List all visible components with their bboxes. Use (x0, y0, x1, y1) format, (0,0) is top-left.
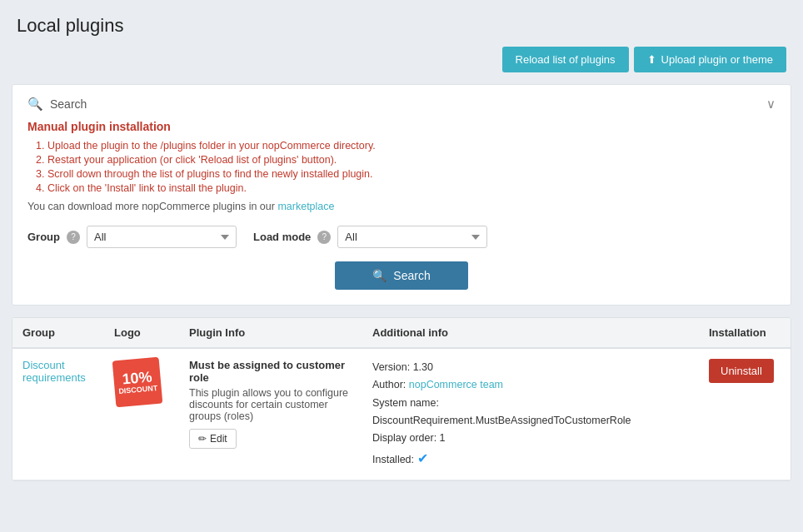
plugins-table: Group Logo Plugin Info Additional info I… (12, 318, 791, 480)
table-body: Discount requirements 10% DISCOUNT Must … (12, 348, 791, 480)
loadmode-filter: Load mode ? All (253, 226, 487, 248)
loadmode-select[interactable]: All (337, 226, 487, 248)
col-header-installation: Installation (699, 318, 791, 348)
col-header-plugininfo: Plugin Info (179, 318, 362, 348)
list-item: Restart your application (or click 'Relo… (47, 154, 776, 166)
system-name-label: System name: (372, 395, 689, 412)
cell-additional-info: Version: 1.30 Author: nopCommerce team S… (362, 348, 699, 480)
reload-plugins-button[interactable]: Reload list of plugins (502, 47, 629, 72)
list-item: Click on the 'Install' link to install t… (47, 182, 776, 194)
search-panel: 🔍 Search ∨ Manual plugin installation Up… (12, 84, 791, 306)
group-select[interactable]: All (87, 226, 237, 248)
group-filter: Group ? All (27, 226, 237, 248)
list-item: Upload the plugin to the /plugins folder… (47, 140, 776, 152)
edit-icon: ✏ (198, 433, 207, 445)
cell-installation: Uninstall (699, 348, 791, 480)
group-link[interactable]: Discount requirements (22, 359, 86, 384)
search-label: Search (50, 97, 87, 111)
col-header-addinfo: Additional info (362, 318, 699, 348)
page-header: Local plugins (0, 0, 803, 47)
search-button-row: 🔍 Search (27, 261, 776, 290)
display-order: Display order: 1 (372, 430, 689, 447)
list-item: Scroll down through the list of plugins … (47, 168, 776, 180)
plugin-name: Must be assigned to customer role (189, 359, 352, 384)
col-header-group: Group (12, 318, 104, 348)
author-link[interactable]: nopCommerce team (409, 379, 503, 390)
upload-icon: ⬆ (647, 53, 656, 66)
page-title: Local plugins (17, 15, 786, 37)
edit-label: Edit (210, 433, 227, 445)
col-header-logo: Logo (104, 318, 179, 348)
search-button[interactable]: 🔍 Search (335, 261, 468, 290)
table-row: Discount requirements 10% DISCOUNT Must … (12, 348, 791, 480)
uninstall-button[interactable]: Uninstall (709, 359, 774, 383)
author-info: Author: nopCommerce team (372, 376, 689, 394)
installed-info: Installed: ✔ (372, 447, 689, 470)
marketplace-link[interactable]: marketplace (277, 201, 334, 212)
search-panel-header[interactable]: 🔍 Search ∨ (27, 97, 776, 120)
cell-group: Discount requirements (12, 348, 104, 480)
results-panel: Group Logo Plugin Info Additional info I… (12, 317, 791, 481)
plugin-desc: This plugin allows you to configure disc… (189, 387, 352, 422)
cell-plugin-info: Must be assigned to customer role This p… (179, 348, 362, 480)
search-icon: 🔍 (27, 97, 43, 112)
page-wrapper: Local plugins Reload list of plugins ⬆ U… (0, 0, 803, 481)
top-actions: Reload list of plugins ⬆ Upload plugin o… (0, 47, 803, 84)
installed-checkmark: ✔ (417, 451, 428, 465)
loadmode-help-icon[interactable]: ? (317, 231, 331, 244)
manual-install-note: You can download more nopCommerce plugin… (27, 201, 776, 212)
manual-install-title: Manual plugin installation (27, 120, 776, 133)
group-filter-label: Group (27, 231, 60, 243)
edit-button[interactable]: ✏ Edit (189, 429, 237, 449)
discount-logo: 10% DISCOUNT (112, 357, 163, 408)
system-name-value: DiscountRequirement.MustBeAssignedToCust… (372, 412, 689, 430)
manual-install-list: Upload the plugin to the /plugins folder… (27, 140, 776, 194)
search-btn-icon: 🔍 (372, 269, 387, 282)
cell-logo: 10% DISCOUNT (104, 348, 179, 480)
group-help-icon[interactable]: ? (67, 231, 80, 244)
loadmode-filter-label: Load mode (253, 231, 311, 243)
upload-plugin-button[interactable]: ⬆ Upload plugin or theme (634, 47, 786, 72)
table-header: Group Logo Plugin Info Additional info I… (12, 318, 791, 348)
manual-install-section: Manual plugin installation Upload the pl… (27, 120, 776, 212)
chevron-down-icon: ∨ (766, 97, 776, 112)
filter-row: Group ? All Load mode ? All (27, 226, 776, 248)
version-info: Version: 1.30 (372, 359, 689, 376)
